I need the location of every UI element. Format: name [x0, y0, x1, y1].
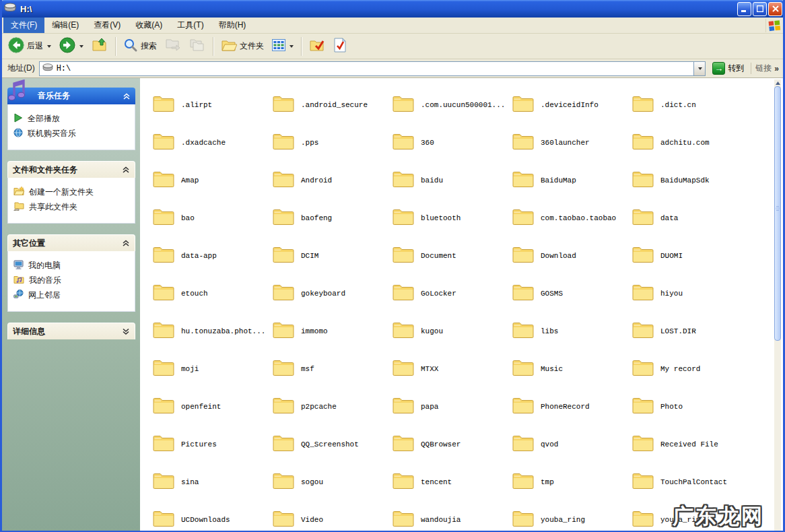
folder-item[interactable]: Received File: [629, 426, 749, 463]
folder-item[interactable]: baofeng: [269, 199, 389, 237]
menu-favorites[interactable]: 收藏(A): [128, 18, 170, 33]
links-button[interactable]: 链接 »: [751, 63, 779, 74]
menu-tools[interactable]: 工具(T): [170, 18, 211, 33]
folder-item[interactable]: 360launcher: [509, 124, 629, 162]
forward-button[interactable]: [56, 35, 87, 57]
folder-item[interactable]: adchitu.com: [629, 124, 749, 162]
folder-item[interactable]: data-app: [149, 237, 269, 275]
folder-item[interactable]: kugou: [389, 312, 509, 350]
folder-item[interactable]: youba_ring: [509, 501, 629, 532]
folder-item[interactable]: etouch: [149, 275, 269, 312]
views-button[interactable]: [269, 37, 297, 55]
folder-item[interactable]: tencent: [389, 463, 509, 501]
maximize-button[interactable]: [753, 2, 767, 16]
folder-item[interactable]: immomo: [269, 312, 389, 350]
task-share-folder[interactable]: 共享此文件夹: [13, 201, 131, 213]
folder-item[interactable]: gokeyboard: [269, 275, 389, 312]
folder-item[interactable]: QQBrowser: [389, 426, 509, 463]
close-button[interactable]: [768, 2, 782, 16]
folder-item[interactable]: .com.uucun500001...: [389, 86, 509, 124]
folder-item[interactable]: bao: [149, 199, 269, 237]
folder-item[interactable]: wandoujia: [389, 501, 509, 532]
folder-item[interactable]: Photo: [629, 388, 749, 426]
go-button[interactable]: → 转到: [710, 61, 747, 76]
task-my-computer[interactable]: 我的电脑: [13, 260, 131, 271]
panel-header-file-folder-tasks[interactable]: 文件和文件夹任务: [7, 161, 135, 178]
folders-button[interactable]: 文件夹: [217, 36, 267, 57]
folder-item[interactable]: youba_rin_te: [629, 501, 749, 532]
folder-item[interactable]: tmp: [509, 463, 629, 501]
task-network-places[interactable]: 网上邻居: [13, 290, 131, 301]
views-dropdown-icon[interactable]: [289, 45, 294, 48]
folder-item[interactable]: msf: [269, 350, 389, 388]
folder-item[interactable]: .pps: [269, 124, 389, 162]
folder-item[interactable]: PhoneRecord: [509, 388, 629, 426]
task-new-folder[interactable]: 创建一个新文件夹: [13, 187, 131, 198]
folder-item[interactable]: GOSMS: [509, 275, 629, 312]
address-dropdown-button[interactable]: [693, 62, 705, 75]
menu-file[interactable]: 文件(F): [3, 18, 44, 33]
folder-item[interactable]: moji: [149, 350, 269, 388]
search-button[interactable]: 搜索: [120, 36, 160, 57]
folder-item[interactable]: com.taobao.taobao: [509, 199, 629, 237]
folder-item[interactable]: Video: [269, 501, 389, 532]
folder-item[interactable]: MTXX: [389, 350, 509, 388]
folder-item[interactable]: UCDownloads: [149, 501, 269, 532]
panel-header-details[interactable]: 详细信息: [7, 323, 135, 339]
menu-view[interactable]: 查看(V): [86, 18, 128, 33]
folder-item[interactable]: qvod: [509, 426, 629, 463]
task-play-all[interactable]: 全部播放: [13, 113, 131, 125]
folder-item[interactable]: papa: [389, 388, 509, 426]
task-shop-music[interactable]: 联机购买音乐: [13, 128, 131, 139]
folder-item[interactable]: bluetooth: [389, 199, 509, 237]
folder-item[interactable]: DCIM: [269, 237, 389, 275]
folder-icon: [392, 170, 415, 191]
folder-item[interactable]: baidu: [389, 162, 509, 199]
folder-item[interactable]: Android: [269, 162, 389, 199]
minimize-button[interactable]: [737, 2, 751, 16]
doc-check-button[interactable]: [330, 36, 350, 57]
folder-item[interactable]: openfeint: [149, 388, 269, 426]
address-input[interactable]: H:\: [39, 61, 706, 76]
folder-item[interactable]: sogou: [269, 463, 389, 501]
folder-item[interactable]: Pictures: [149, 426, 269, 463]
folder-item[interactable]: My record: [629, 350, 749, 388]
folder-item[interactable]: BaiduMap: [509, 162, 629, 199]
up-button[interactable]: [88, 36, 111, 57]
folder-item[interactable]: Download: [509, 237, 629, 275]
folder-item[interactable]: .android_secure: [269, 86, 389, 124]
folder-item[interactable]: sina: [149, 463, 269, 501]
folder-name: .android_secure: [301, 101, 368, 109]
folder-item[interactable]: BaiduMapSdk: [629, 162, 749, 199]
scroll-up-icon[interactable]: [774, 79, 781, 86]
folder-item[interactable]: Document: [389, 237, 509, 275]
folder-item[interactable]: GoLocker: [389, 275, 509, 312]
folder-icon: [632, 321, 654, 342]
folder-item[interactable]: p2pcache: [269, 388, 389, 426]
folder-item[interactable]: TouchPalContact: [629, 463, 749, 501]
scrollbar-thumb[interactable]: [774, 86, 781, 341]
folder-item[interactable]: Music: [509, 350, 629, 388]
panel-header-other-places[interactable]: 其它位置: [7, 234, 135, 251]
folder-item[interactable]: LOST.DIR: [629, 312, 749, 350]
folder-item[interactable]: hiyou: [629, 275, 749, 312]
folder-item[interactable]: DUOMI: [629, 237, 749, 275]
menu-edit[interactable]: 编辑(E): [44, 18, 86, 33]
task-my-music[interactable]: 我的音乐: [13, 275, 131, 286]
folder-item[interactable]: Amap: [149, 162, 269, 199]
folder-item[interactable]: .alirpt: [149, 86, 269, 124]
folder-item[interactable]: hu.tonuzaba.phot...: [149, 312, 269, 350]
folder-item[interactable]: data: [629, 199, 749, 237]
folder-item[interactable]: 360: [389, 124, 509, 162]
folder-item[interactable]: .dict.cn: [629, 86, 749, 124]
vertical-scrollbar[interactable]: [774, 79, 781, 531]
folder-sync-button[interactable]: [306, 36, 329, 57]
folder-item[interactable]: libs: [509, 312, 629, 350]
menu-help[interactable]: 帮助(H): [211, 18, 254, 33]
folder-item[interactable]: .dxadcache: [149, 124, 269, 162]
back-dropdown-icon[interactable]: [47, 45, 51, 48]
folder-item[interactable]: .deviceidInfo: [509, 86, 629, 124]
back-button[interactable]: 后退: [5, 35, 55, 57]
folder-item[interactable]: QQ_Screenshot: [269, 426, 389, 463]
forward-dropdown-icon[interactable]: [79, 45, 83, 48]
